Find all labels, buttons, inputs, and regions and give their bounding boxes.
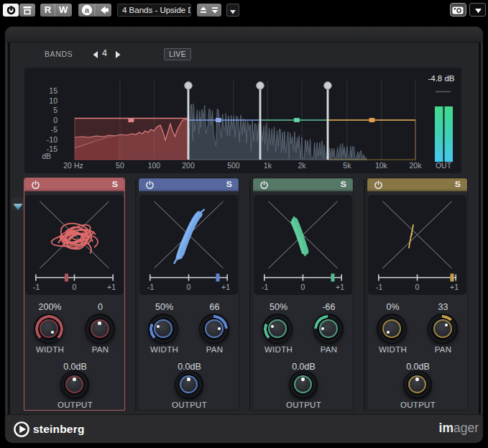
svg-text:500: 500 — [227, 161, 240, 170]
svg-text:10k: 10k — [375, 161, 388, 170]
svg-text:OUT: OUT — [436, 161, 452, 170]
svg-text:0: 0 — [53, 116, 57, 124]
svg-text:5: 5 — [53, 106, 57, 114]
svg-text:0: 0 — [187, 283, 191, 291]
svg-text:+1: +1 — [450, 283, 459, 291]
svg-text:+1: +1 — [336, 283, 344, 291]
svg-text:1k: 1k — [264, 161, 272, 170]
svg-text:50: 50 — [116, 161, 124, 170]
svg-text:5k: 5k — [343, 161, 351, 170]
svg-text:-1: -1 — [376, 283, 382, 291]
svg-text:10: 10 — [49, 96, 57, 105]
svg-text:2k: 2k — [298, 161, 306, 170]
svg-text:20 Hz: 20 Hz — [63, 161, 83, 170]
svg-text:a: a — [85, 6, 90, 14]
svg-text:100: 100 — [148, 161, 161, 170]
svg-text:+1: +1 — [221, 283, 230, 291]
svg-text:-1: -1 — [147, 283, 154, 291]
svg-text:+1: +1 — [107, 283, 116, 291]
svg-text:0: 0 — [415, 283, 420, 291]
svg-text:-4.8 dB: -4.8 dB — [428, 74, 454, 83]
svg-text:-1: -1 — [33, 283, 40, 291]
svg-text:-5: -5 — [51, 125, 57, 134]
svg-text:dB: dB — [42, 152, 51, 160]
svg-text:0: 0 — [73, 283, 77, 291]
svg-text:20k: 20k — [410, 161, 423, 170]
svg-text:0: 0 — [301, 283, 305, 291]
svg-text:200: 200 — [182, 161, 195, 170]
svg-text:-1: -1 — [262, 283, 268, 291]
svg-text:15: 15 — [49, 86, 57, 95]
svg-text:-10: -10 — [47, 135, 57, 144]
